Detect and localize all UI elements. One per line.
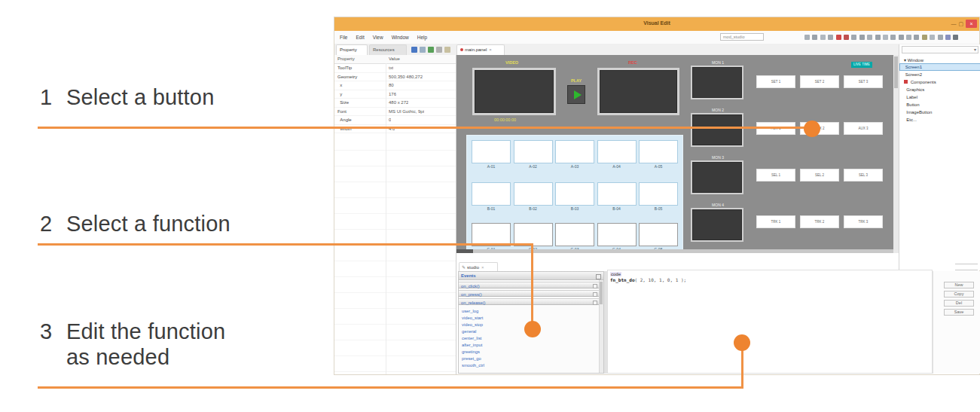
panel-button[interactable]: AUX 3 <box>844 122 883 135</box>
toolbar-icon[interactable] <box>844 35 849 40</box>
toolbar-icon[interactable] <box>859 35 865 40</box>
toolbar-icon[interactable] <box>820 35 826 40</box>
toolbar-icon[interactable] <box>883 35 888 40</box>
property-row[interactable]: Size 480 x 272 <box>334 99 456 108</box>
keypad-button[interactable] <box>597 182 637 206</box>
keypad-button[interactable] <box>514 182 553 206</box>
design-canvas[interactable]: VIDEO 00:00:00:00 PLAY REC MON 1 MON 2 <box>456 55 893 253</box>
play-button[interactable] <box>567 85 585 104</box>
property-value[interactable]: 0 <box>386 116 391 124</box>
function-list-scrollbar[interactable] <box>599 280 603 373</box>
keypad-button[interactable] <box>597 140 637 163</box>
menu-item[interactable]: Help <box>417 35 427 40</box>
toolbar-icon[interactable] <box>914 35 919 40</box>
property-row[interactable]: ToolTip txt <box>334 64 456 73</box>
panel-button[interactable]: TRK 3 <box>844 215 883 228</box>
tree-item[interactable]: Label <box>899 93 980 101</box>
tree-item[interactable]: Screen1 <box>899 63 980 71</box>
panel-button[interactable]: TRK 1 <box>756 215 795 228</box>
resize-grip[interactable] <box>955 264 978 270</box>
tab-resources[interactable]: Resources <box>369 44 407 55</box>
function-item[interactable]: smooth_ctrl <box>459 362 603 369</box>
toolbar-icon[interactable] <box>875 35 881 40</box>
tab-property[interactable]: Property <box>336 44 368 55</box>
scrollbar-thumb[interactable] <box>600 282 603 304</box>
menu-item[interactable]: View <box>373 35 383 40</box>
minimize-button[interactable]: — <box>951 20 956 28</box>
toolbar-icon[interactable] <box>930 35 935 40</box>
code-line[interactable]: fn_btn_do( 2, 10, 1, 0, 1 ); <box>610 277 932 282</box>
editor-side-button[interactable]: New <box>944 282 974 288</box>
monitor-screen[interactable] <box>691 113 743 147</box>
menu-item[interactable]: Window <box>392 35 409 40</box>
panel-button[interactable]: SEL 2 <box>800 169 839 182</box>
property-value[interactable]: MS UI Gothic, 9pt <box>386 108 424 116</box>
function-item[interactable]: preset_go <box>459 356 603 362</box>
keypad-button[interactable] <box>514 140 553 163</box>
monitor-screen[interactable] <box>691 66 743 99</box>
vertical-scrollbar[interactable] <box>893 55 899 253</box>
tree-item[interactable]: ImageButton <box>899 108 980 116</box>
toolbar-icon[interactable] <box>867 35 872 40</box>
keypad-button[interactable] <box>555 182 594 206</box>
toolbar-icon[interactable] <box>922 35 927 40</box>
keypad-button[interactable] <box>639 223 678 246</box>
panel-toolbar-icon[interactable] <box>428 47 434 53</box>
tree-item[interactable]: Graphics <box>899 86 980 93</box>
toolbar-icon[interactable] <box>828 35 833 40</box>
tree-filter-combo[interactable]: ▾ <box>902 46 978 53</box>
keypad-button[interactable] <box>597 223 637 246</box>
panel-button[interactable]: SEL 3 <box>844 169 883 182</box>
panel-button[interactable]: TRK 2 <box>800 215 839 228</box>
property-row[interactable]: x 80 <box>334 81 456 90</box>
editor-side-button[interactable]: Del <box>944 300 974 307</box>
close-button[interactable]: × <box>966 20 977 28</box>
property-row[interactable]: Angle 0 <box>334 116 456 125</box>
menu-item[interactable]: File <box>340 35 347 40</box>
panel-button[interactable]: SET 1 <box>756 75 795 88</box>
property-row[interactable]: Font MS UI Gothic, 9pt <box>334 108 456 117</box>
toolbar-icon[interactable] <box>836 35 841 40</box>
panel-button[interactable]: SET 2 <box>800 75 839 88</box>
property-value[interactable]: 176 <box>386 90 396 99</box>
keypad-button[interactable] <box>555 223 594 246</box>
property-row[interactable]: y 176 <box>334 90 456 99</box>
function-item[interactable]: after_input <box>459 342 603 349</box>
tree-item[interactable]: Etc... <box>899 116 980 124</box>
editor-side-button[interactable]: Save <box>944 309 974 316</box>
close-tab-icon[interactable]: × <box>481 265 484 270</box>
rec-screen[interactable] <box>597 68 679 115</box>
panel-toolbar-icon[interactable] <box>411 47 417 53</box>
keypad-button[interactable] <box>472 182 511 206</box>
toolbar-icon[interactable] <box>804 35 810 40</box>
toolbar-icon[interactable] <box>906 35 911 40</box>
tree-item[interactable]: Button <box>899 101 980 108</box>
code-editor[interactable]: code fn_btn_do( 2, 10, 1, 0, 1 ); <box>607 270 933 374</box>
tree-item[interactable]: Components <box>899 78 980 86</box>
menu-item[interactable]: Edit <box>356 35 364 40</box>
property-row[interactable]: Geometry 500,350 480,272 <box>334 73 456 82</box>
scrollbar-thumb[interactable] <box>894 56 898 88</box>
property-value[interactable]: 80 <box>386 81 394 90</box>
tree-item[interactable]: ▾ Window <box>899 56 980 63</box>
maximize-button[interactable]: ▢ <box>958 20 963 28</box>
property-value[interactable]: 480 x 272 <box>386 99 408 107</box>
toolbar-icon[interactable] <box>945 35 951 40</box>
editor-side-button[interactable]: Copy <box>944 291 974 298</box>
scrollbar-thumb[interactable] <box>456 249 473 253</box>
keypad-button[interactable] <box>639 140 678 163</box>
toolbar-icon[interactable] <box>938 35 943 40</box>
toolbar-icon[interactable] <box>851 35 856 40</box>
toolbar-icon[interactable] <box>953 35 958 40</box>
keypad-button[interactable] <box>472 140 511 163</box>
panel-toolbar-icon[interactable] <box>436 47 442 53</box>
panel-toolbar-icon[interactable] <box>444 47 450 53</box>
panel-button[interactable]: SET 3 <box>844 75 883 88</box>
property-value[interactable]: txt <box>386 64 393 72</box>
keypad-button[interactable] <box>639 182 678 206</box>
panel-button[interactable]: SEL 1 <box>756 169 795 182</box>
property-value[interactable]: 500,350 480,272 <box>386 73 423 81</box>
toolbar-icon[interactable] <box>890 35 896 40</box>
search-input[interactable]: mod_studio <box>720 33 764 41</box>
close-tab-icon[interactable]: × <box>489 47 492 52</box>
